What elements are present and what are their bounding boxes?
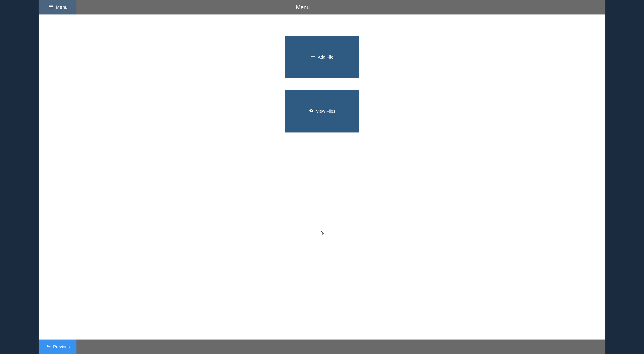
- view-files-label: View Files: [316, 109, 336, 114]
- svg-point-5: [310, 110, 312, 111]
- menu-button-label: Menu: [56, 4, 68, 10]
- topbar: Menu Menu: [39, 0, 605, 14]
- view-files-button[interactable]: View Files: [285, 90, 359, 132]
- arrow-left-icon: [46, 344, 51, 350]
- plus-icon: [310, 54, 316, 60]
- previous-label: Previous: [53, 344, 70, 349]
- menu-button[interactable]: Menu: [39, 0, 76, 14]
- content-area: Add File View Files: [39, 14, 605, 340]
- eye-icon: [309, 108, 314, 114]
- hamburger-icon: [48, 4, 54, 11]
- page-title: Menu: [296, 4, 310, 11]
- previous-button[interactable]: Previous: [39, 340, 76, 354]
- app-frame: Menu Menu Add File View Files: [38, 0, 605, 354]
- add-file-button[interactable]: Add File: [285, 36, 359, 78]
- bottombar: Previous: [39, 340, 605, 354]
- add-file-label: Add File: [318, 55, 333, 60]
